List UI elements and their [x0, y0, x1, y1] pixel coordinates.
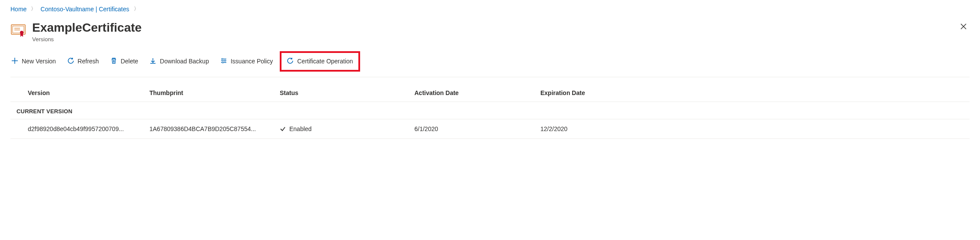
cell-version: d2f98920d8e04cb49f9957200709...: [28, 125, 149, 132]
svg-point-4: [20, 31, 23, 34]
refresh-button[interactable]: Refresh: [66, 56, 100, 67]
column-header-version[interactable]: Version: [28, 89, 149, 96]
chevron-right-icon: 〉: [31, 5, 36, 13]
certificate-operation-button[interactable]: Certificate Operation: [286, 56, 354, 67]
new-version-button[interactable]: New Version: [10, 56, 57, 67]
toolbar-label: Refresh: [78, 58, 99, 65]
trash-icon: [110, 57, 117, 66]
check-icon: [280, 126, 286, 132]
cell-activation: 6/1/2020: [414, 125, 540, 132]
toolbar-label: Certificate Operation: [297, 58, 353, 65]
close-button[interactable]: [957, 20, 970, 34]
plus-icon: [11, 57, 18, 66]
toolbar: New Version Refresh Delete Download Back…: [10, 51, 970, 77]
page-title: ExampleCertificate: [32, 20, 142, 35]
breadcrumb-vault[interactable]: Contoso-Vaultname | Certificates: [40, 6, 129, 13]
cell-thumbprint: 1A67809386D4BCA7B9D205C87554...: [149, 125, 280, 132]
breadcrumb: Home 〉 Contoso-Vaultname | Certificates …: [10, 5, 970, 13]
download-icon: [149, 57, 156, 66]
chevron-right-icon: 〉: [134, 5, 139, 13]
svg-point-6: [224, 60, 225, 61]
group-header-current: CURRENT VERSION: [10, 102, 970, 119]
sliders-icon: [220, 57, 227, 66]
toolbar-label: Delete: [121, 58, 138, 65]
toolbar-label: Download Backup: [160, 58, 209, 65]
breadcrumb-home[interactable]: Home: [10, 6, 26, 13]
status-label: Enabled: [289, 125, 311, 132]
table-header-row: Version Thumbprint Status Activation Dat…: [10, 85, 970, 102]
column-header-expiration[interactable]: Expiration Date: [540, 89, 970, 96]
svg-point-5: [222, 58, 223, 59]
issuance-policy-button[interactable]: Issuance Policy: [219, 56, 274, 67]
page-subtitle: Versions: [32, 36, 142, 43]
toolbar-label: Issuance Policy: [231, 58, 273, 65]
close-icon: [960, 23, 967, 32]
column-header-activation[interactable]: Activation Date: [414, 89, 540, 96]
svg-point-7: [222, 62, 223, 63]
table-row[interactable]: d2f98920d8e04cb49f9957200709... 1A678093…: [10, 119, 970, 139]
cell-expiration: 12/2/2020: [540, 125, 970, 132]
column-header-status[interactable]: Status: [280, 89, 414, 96]
cell-status: Enabled: [280, 125, 414, 132]
page-header: ExampleCertificate Versions: [10, 20, 970, 43]
refresh-icon: [287, 57, 294, 66]
toolbar-label: New Version: [22, 58, 56, 65]
refresh-icon: [67, 57, 74, 66]
delete-button[interactable]: Delete: [109, 56, 139, 67]
highlight-annotation: Certificate Operation: [280, 51, 360, 72]
column-header-thumbprint[interactable]: Thumbprint: [149, 89, 280, 96]
certificate-icon: [10, 22, 26, 38]
download-backup-button[interactable]: Download Backup: [149, 56, 210, 67]
